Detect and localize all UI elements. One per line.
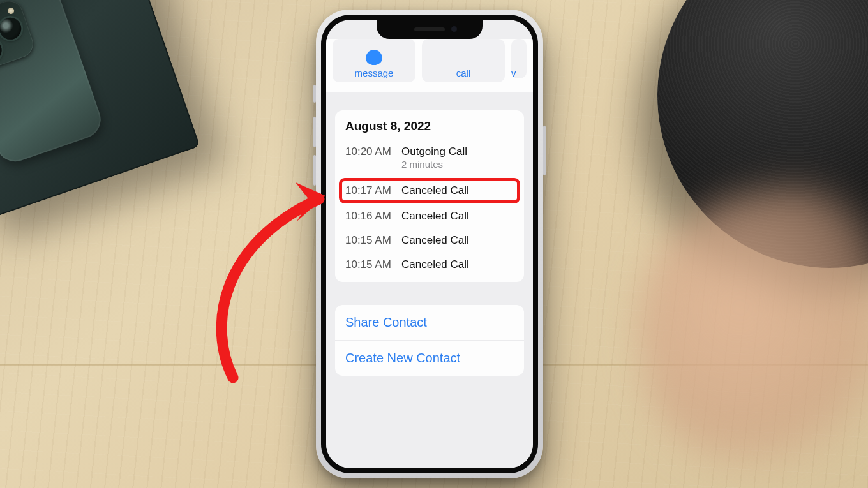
camera-flash-icon <box>7 7 15 15</box>
message-button[interactable]: message <box>333 39 415 82</box>
call-history-row[interactable]: 10:15 AM Canceled Call <box>335 253 524 277</box>
scroll-content[interactable]: August 8, 2022 10:20 AM Outgoing Call 2 … <box>326 92 533 468</box>
message-label: message <box>355 68 394 78</box>
phone-screen: message call v August 8, 2022 10:20 AM <box>326 20 533 468</box>
message-bubble-icon <box>366 50 382 65</box>
call-history-row[interactable]: 10:15 AM Canceled Call <box>335 228 524 253</box>
call-type-label: Canceled Call <box>401 234 469 247</box>
iphone-product-box <box>0 0 200 223</box>
call-duration: 2 minutes <box>401 159 443 170</box>
call-type-label: Canceled Call <box>401 184 469 197</box>
history-date-heading: August 8, 2022 <box>345 119 514 133</box>
call-type-label: Outgoing Call <box>401 145 467 158</box>
mute-switch <box>313 85 316 103</box>
call-button[interactable]: call <box>422 39 505 82</box>
display-notch <box>377 20 483 39</box>
video-button[interactable]: v <box>511 39 527 78</box>
call-time: 10:20 AM <box>345 145 401 158</box>
box-phone-graphic <box>0 0 106 166</box>
contact-action-row: message call v <box>326 39 533 101</box>
call-type-label: Canceled Call <box>401 258 469 271</box>
call-time: 10:17 AM <box>345 184 401 197</box>
camera-lens-icon <box>0 15 24 42</box>
call-time: 10:16 AM <box>345 210 401 223</box>
camera-lens-icon <box>0 36 4 64</box>
contact-actions-card: Share Contact Create New Contact <box>335 305 524 376</box>
phone-frame: message call v August 8, 2022 10:20 AM <box>321 15 538 473</box>
call-label: call <box>456 68 471 78</box>
call-time: 10:15 AM <box>345 234 401 247</box>
call-history-row-highlighted[interactable]: 10:17 AM Canceled Call <box>340 179 519 202</box>
iphone-device: message call v August 8, 2022 10:20 AM <box>316 10 543 478</box>
call-time: 10:15 AM <box>345 258 401 271</box>
volume-down-button <box>313 155 316 186</box>
video-label-partial: v <box>511 68 516 78</box>
scene: message call v August 8, 2022 10:20 AM <box>0 0 868 488</box>
power-button <box>543 126 546 175</box>
hand-blur <box>613 166 868 488</box>
volume-up-button <box>313 117 316 147</box>
call-type-label: Canceled Call <box>401 210 469 223</box>
call-history-row[interactable]: 10:20 AM Outgoing Call 2 minutes <box>335 140 524 177</box>
box-camera-module <box>0 0 37 71</box>
share-contact-button[interactable]: Share Contact <box>335 305 524 340</box>
call-history-row[interactable]: 10:16 AM Canceled Call <box>335 204 524 228</box>
call-history-card: August 8, 2022 10:20 AM Outgoing Call 2 … <box>335 110 524 282</box>
create-new-contact-button[interactable]: Create New Contact <box>335 340 524 376</box>
